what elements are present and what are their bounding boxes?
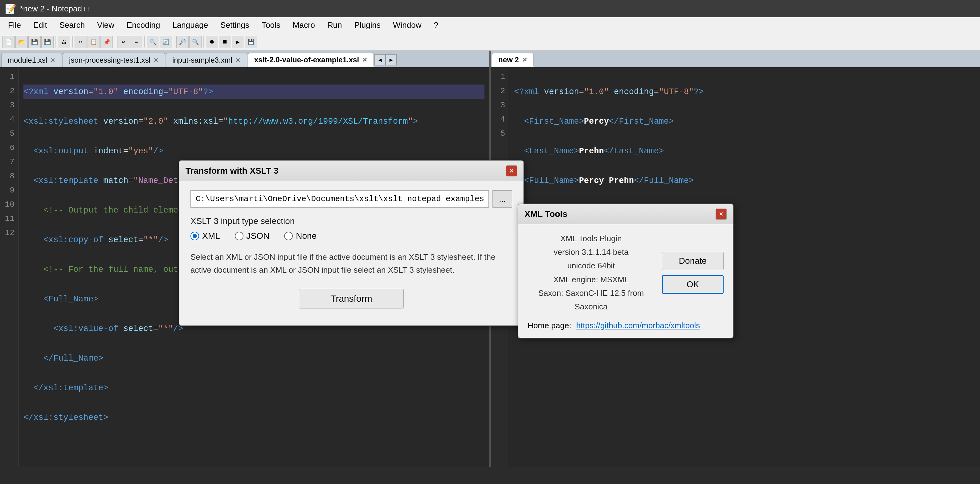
xmltools-close[interactable]: ×	[716, 209, 727, 220]
dialog-path-input[interactable]	[191, 190, 489, 208]
toolbar-save[interactable]: 💾	[29, 36, 41, 48]
xmltools-saxon: Saxon: SaxonC-HE 12.5 from Saxonica	[528, 286, 655, 313]
dialog-xmltools[interactable]: XML Tools × XML Tools Plugin version 3.1…	[518, 204, 733, 339]
radio-none-label: None	[296, 231, 317, 241]
dialog-transform[interactable]: Transform with XSLT 3 × ... XSLT 3 input…	[179, 160, 524, 326]
menu-run[interactable]: Run	[322, 19, 348, 31]
tab-input-sample3[interactable]: input-sample3.xml ✕	[166, 53, 247, 67]
toolbar-find[interactable]: 🔍	[147, 36, 159, 48]
xmltools-titlebar: XML Tools ×	[519, 204, 733, 224]
xmltools-body: XML Tools Plugin version 3.1.1.14 beta u…	[519, 224, 733, 321]
menu-settings[interactable]: Settings	[215, 19, 255, 31]
toolbar-sep-2	[72, 37, 73, 48]
toolbar-macro-stop[interactable]: ⏹	[219, 36, 231, 48]
menu-encoding[interactable]: Encoding	[121, 19, 165, 31]
toolbar-sep-1	[56, 37, 56, 48]
xmltools-version: version 3.1.1.14 beta	[528, 245, 655, 259]
tab-module1[interactable]: module1.xsl ✕	[1, 53, 62, 67]
menu-edit[interactable]: Edit	[28, 19, 53, 31]
left-line-numbers: 123456789101112	[0, 67, 19, 467]
toolbar-paste[interactable]: 📌	[100, 36, 113, 48]
toolbar-sep-4	[144, 37, 145, 48]
left-tab-bar: module1.xsl ✕ json-processing-test1.xsl …	[0, 51, 489, 67]
tab-scroll-left[interactable]: ◀	[374, 54, 385, 65]
toolbar-redo[interactable]: ↪	[130, 36, 142, 48]
dialog-browse-btn[interactable]: ...	[492, 190, 512, 208]
radio-xml[interactable]: XML	[191, 231, 220, 241]
menu-window[interactable]: Window	[387, 19, 427, 31]
menu-view[interactable]: View	[92, 19, 120, 31]
transform-button[interactable]: Transform	[299, 289, 404, 308]
toolbar-replace[interactable]: 🔄	[160, 36, 172, 48]
tab-json-processing-label: json-processing-test1.xsl	[69, 56, 150, 64]
app-icon: 📝	[5, 3, 16, 14]
donate-button[interactable]: Donate	[662, 252, 724, 270]
toolbar-new[interactable]: 📄	[2, 36, 15, 48]
toolbar-open[interactable]: 📂	[16, 36, 28, 48]
radio-xml-label: XML	[202, 231, 220, 241]
xmltools-footer: Home page: https://github.com/morbac/xml…	[519, 321, 733, 338]
toolbar-sep-5	[174, 37, 174, 48]
radio-json-btn[interactable]	[235, 232, 243, 240]
dialog-path-row: ...	[191, 190, 512, 208]
app-title: *new 2 - Notepad++	[20, 4, 91, 14]
toolbar-print[interactable]: 🖨	[58, 36, 70, 48]
toolbar-save-all[interactable]: 💾	[41, 36, 54, 48]
menu-file[interactable]: File	[2, 19, 27, 31]
tab-xslt-value-close[interactable]: ✕	[362, 56, 368, 64]
radio-json[interactable]: JSON	[235, 231, 270, 241]
menu-tools[interactable]: Tools	[256, 19, 286, 31]
dialog-footer: Transform	[191, 289, 512, 316]
xmltools-actions: Donate OK	[662, 232, 724, 313]
radio-xml-dot	[192, 234, 197, 238]
toolbar-macro-save[interactable]: 💾	[245, 36, 257, 48]
dialog-transform-title: Transform with XSLT 3	[186, 166, 278, 176]
radio-group: XML JSON None	[191, 231, 512, 241]
radio-none[interactable]: None	[284, 231, 317, 241]
menu-bar: File Edit Search View Encoding Language …	[0, 17, 980, 33]
toolbar-sep-3	[115, 37, 115, 48]
menu-help[interactable]: ?	[428, 19, 444, 31]
toolbar-zoom-in[interactable]: 🔎	[176, 36, 189, 48]
menu-search[interactable]: Search	[54, 19, 90, 31]
xmltools-plugin-name: XML Tools Plugin	[528, 232, 655, 245]
xmltools-unicode: unicode 64bit	[528, 259, 655, 272]
tab-xslt-value[interactable]: xslt-2.0-value-of-example1.xsl ✕	[248, 53, 374, 67]
right-tab-bar: new 2 ✕	[491, 51, 980, 67]
title-bar: 📝 *new 2 - Notepad++	[0, 0, 980, 17]
tab-new2[interactable]: new 2 ✕	[492, 53, 534, 67]
toolbar-undo[interactable]: ↩	[117, 36, 129, 48]
tab-input-sample3-label: input-sample3.xml	[172, 56, 232, 64]
toolbar-macro-play[interactable]: ▶	[232, 36, 244, 48]
xmltools-engine: XML engine: MSXML	[528, 273, 655, 286]
tab-module1-close[interactable]: ✕	[50, 56, 56, 64]
xmltools-homepage-label: Home page:	[528, 321, 571, 331]
menu-language[interactable]: Language	[167, 19, 213, 31]
menu-plugins[interactable]: Plugins	[349, 19, 386, 31]
toolbar: 📄 📂 💾 💾 🖨 ✂ 📋 📌 ↩ ↪ 🔍 🔄 🔎 🔍 ⏺ ⏹ ▶ 💾	[0, 33, 980, 51]
tab-new2-label: new 2	[498, 56, 519, 64]
xmltools-title: XML Tools	[525, 209, 567, 219]
tab-module1-label: module1.xsl	[8, 56, 47, 64]
ok-button[interactable]: OK	[662, 275, 724, 294]
tab-scroll-right[interactable]: ▶	[385, 54, 397, 65]
tab-new2-close[interactable]: ✕	[522, 56, 527, 64]
radio-json-label: JSON	[247, 231, 270, 241]
dialog-transform-titlebar: Transform with XSLT 3 ×	[179, 161, 523, 181]
tab-json-processing-close[interactable]: ✕	[153, 56, 159, 64]
toolbar-copy[interactable]: 📋	[88, 36, 100, 48]
radio-xml-btn[interactable]	[191, 232, 199, 240]
radio-none-btn[interactable]	[284, 232, 293, 240]
tab-input-sample3-close[interactable]: ✕	[235, 56, 241, 64]
toolbar-sep-6	[204, 37, 204, 48]
xmltools-homepage-link[interactable]: https://github.com/morbac/xmltools	[576, 321, 700, 331]
toolbar-cut[interactable]: ✂	[75, 36, 87, 48]
dialog-section-label: XSLT 3 input type selection	[191, 216, 512, 226]
toolbar-zoom-out[interactable]: 🔍	[189, 36, 202, 48]
dialog-transform-close[interactable]: ×	[506, 165, 517, 176]
toolbar-macro-record[interactable]: ⏺	[206, 36, 218, 48]
dialog-desc: Select an XML or JSON input file if the …	[191, 251, 512, 276]
tab-xslt-value-label: xslt-2.0-value-of-example1.xsl	[254, 56, 359, 64]
menu-macro[interactable]: Macro	[287, 19, 320, 31]
tab-json-processing[interactable]: json-processing-test1.xsl ✕	[62, 53, 165, 67]
